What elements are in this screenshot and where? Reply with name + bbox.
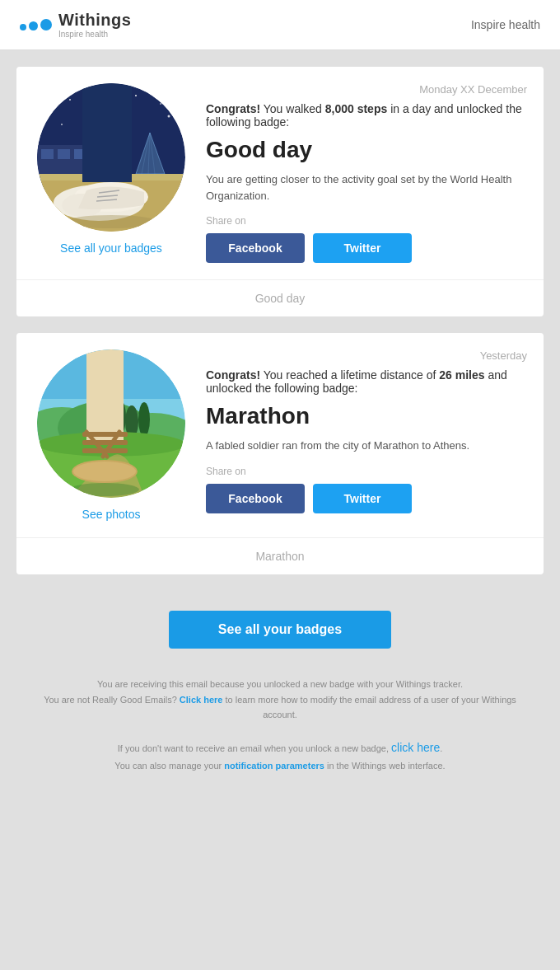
- svg-rect-43: [82, 440, 128, 445]
- card-footer-2: Marathon: [16, 537, 544, 574]
- congrats-1: Congrats!: [206, 102, 260, 115]
- miles-bold: 26 miles: [439, 368, 484, 382]
- steps-bold-1: 8,000 steps: [325, 102, 388, 115]
- inspire-label: Inspire health: [471, 18, 540, 31]
- logo-text: Withings Inspire health: [58, 10, 131, 40]
- svg-point-29: [66, 215, 156, 228]
- svg-point-2: [69, 99, 71, 101]
- facebook-button-1[interactable]: Facebook: [206, 233, 305, 263]
- card-right-1: Monday XX December Congrats! You walked …: [206, 83, 527, 263]
- congrats-2: Congrats!: [206, 368, 260, 382]
- svg-rect-22: [82, 83, 132, 182]
- svg-point-49: [70, 483, 139, 496]
- dot-2: [29, 21, 38, 30]
- card-good-day: See all your badges Monday XX December C…: [16, 67, 544, 316]
- badge-desc-1: You are getting closer to the activity g…: [206, 171, 527, 204]
- card-left-1: See all your badges: [33, 83, 189, 255]
- page-footer: You are receiving this email because you…: [0, 668, 560, 798]
- page-header: Withings Inspire health Inspire health: [0, 0, 560, 50]
- svg-point-6: [61, 124, 63, 125]
- card-body-2: Congrats! You reached a lifetime distanc…: [206, 368, 527, 395]
- share-on-2: Share on: [206, 466, 527, 477]
- dot-1: [20, 24, 26, 30]
- twitter-button-2[interactable]: Twitter: [313, 484, 412, 513]
- card-body-1: Congrats! You walked 8,000 steps in a da…: [206, 102, 527, 129]
- svg-point-7: [168, 115, 170, 118]
- svg-point-48: [73, 462, 136, 481]
- facebook-button-2[interactable]: Facebook: [206, 484, 305, 513]
- card-inner-2: See photos Yesterday Congrats! You reach…: [16, 333, 544, 537]
- cta-wrap: See all your badges: [16, 591, 544, 668]
- click-here-link-2[interactable]: click here: [391, 741, 440, 754]
- page-body: See all your badges Monday XX December C…: [0, 50, 560, 668]
- logo-area: Withings Inspire health: [20, 10, 131, 40]
- svg-point-4: [135, 95, 137, 96]
- badge-title-2: Marathon: [206, 403, 527, 429]
- badge-image-goodday: [37, 83, 185, 232]
- card-right-2: Yesterday Congrats! You reached a lifeti…: [206, 349, 527, 513]
- svg-point-5: [160, 103, 161, 105]
- twitter-button-1[interactable]: Twitter: [313, 233, 412, 263]
- logo-tagline: Inspire health: [58, 30, 131, 40]
- card-date-1: Monday XX December: [206, 83, 527, 96]
- share-buttons-2: Facebook Twitter: [206, 484, 527, 513]
- dot-3: [40, 19, 52, 30]
- badge-image-marathon: [37, 349, 185, 498]
- badge-title-1: Good day: [206, 137, 527, 163]
- svg-point-38: [138, 402, 150, 437]
- see-photos-link[interactable]: See photos: [82, 508, 141, 521]
- card-inner-1: See all your badges Monday XX December C…: [16, 67, 544, 279]
- footer-line1: You are receiving this email because you…: [33, 677, 527, 692]
- svg-rect-41: [86, 349, 124, 440]
- logo-dots: [20, 19, 52, 30]
- see-all-badges-link-1[interactable]: See all your badges: [60, 241, 162, 255]
- badge-desc-2: A fabled soldier ran from the city of Ma…: [206, 438, 527, 454]
- svg-rect-16: [58, 149, 70, 159]
- see-all-badges-cta[interactable]: See all your badges: [169, 611, 391, 649]
- click-here-link-1[interactable]: Click here: [180, 695, 223, 705]
- card-footer-1: Good day: [16, 279, 544, 316]
- card-marathon: See photos Yesterday Congrats! You reach…: [16, 333, 544, 574]
- card-left-2: See photos: [33, 349, 189, 521]
- brand-name: Withings: [58, 10, 131, 30]
- card-date-2: Yesterday: [206, 349, 527, 362]
- footer-line2: You are not Really Good Emails? Click he…: [33, 692, 527, 723]
- share-on-1: Share on: [206, 215, 527, 227]
- notification-params-link[interactable]: notification parameters: [224, 761, 324, 771]
- share-buttons-1: Facebook Twitter: [206, 233, 527, 263]
- footer-line3: If you don't want to receive an email wh…: [33, 738, 527, 758]
- footer-line4: You can also manage your notification pa…: [33, 758, 527, 774]
- svg-rect-15: [41, 149, 54, 159]
